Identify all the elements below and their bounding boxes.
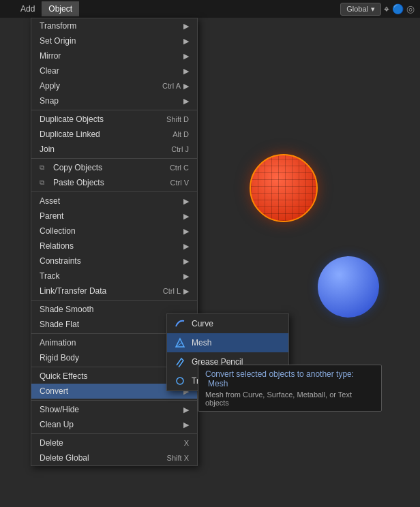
topbar-file[interactable]: [0, 6, 14, 12]
arrow-icon: ▶: [183, 242, 189, 251]
tooltip: Convert selected objects to another type…: [198, 365, 382, 412]
curve-icon: [174, 318, 186, 330]
grease-pencil-icon: [174, 356, 186, 368]
red-voxel-object: [250, 154, 318, 222]
global-button[interactable]: Global ▾: [340, 3, 381, 16]
mesh-icon: [174, 337, 186, 349]
menu-item-transform[interactable]: Transform ▶: [31, 18, 197, 33]
topbar-right: Global ▾ ⌖ 🔵 ◎: [340, 3, 420, 16]
menu-item-track[interactable]: Track ▶: [31, 268, 197, 283]
tooltip-description: Mesh from Curve, Surface, Metaball, or T…: [205, 390, 374, 407]
arrow-icon: ▶: [183, 405, 189, 414]
convert-item-mesh[interactable]: Mesh: [167, 333, 288, 352]
divider-2: [31, 158, 197, 159]
arrow-icon: ▶: [183, 212, 189, 221]
convert-mesh-label: Mesh: [192, 338, 211, 348]
arrow-icon: ▶: [183, 287, 189, 296]
paste-icon: ⧉: [40, 179, 50, 187]
main-menu: Transform ▶ Set Origin ▶ Mirror ▶ Clear …: [31, 0, 198, 466]
tooltip-type: Mesh: [208, 379, 228, 388]
arrow-icon: ▶: [183, 37, 189, 46]
arrow-icon: ▶: [183, 67, 189, 76]
chevron-down-icon: ▾: [371, 5, 375, 14]
menu-item-mirror[interactable]: Mirror ▶: [31, 48, 197, 63]
arrow-icon: ▶: [183, 82, 189, 91]
divider-3: [31, 191, 197, 192]
divider-7: [31, 400, 197, 401]
menu-item-apply[interactable]: Apply Ctrl A ▶: [31, 78, 197, 93]
object-menu: Transform ▶ Set Origin ▶ Mirror ▶ Clear …: [31, 18, 198, 466]
blue-sphere-object: [318, 256, 379, 318]
menu-item-join[interactable]: Join Ctrl J: [31, 142, 197, 157]
global-label: Global: [346, 5, 368, 13]
menu-item-duplicate-linked[interactable]: Duplicate Linked Alt D: [31, 127, 197, 142]
svg-point-2: [177, 378, 183, 384]
menu-item-collection[interactable]: Collection ▶: [31, 224, 197, 239]
menu-item-constraints[interactable]: Constraints ▶: [31, 253, 197, 268]
tra-icon: [174, 375, 186, 387]
menu-item-clear[interactable]: Clear ▶: [31, 63, 197, 78]
tooltip-title: Convert selected objects to another type…: [205, 369, 374, 388]
menu-item-relations[interactable]: Relations ▶: [31, 239, 197, 253]
menu-item-link-transfer[interactable]: Link/Transfer Data Ctrl L ▶: [31, 283, 197, 298]
menu-item-delete-global[interactable]: Delete Global Shift X: [31, 450, 197, 465]
menu-item-delete[interactable]: Delete X: [31, 435, 197, 450]
arrow-icon: ▶: [183, 52, 189, 61]
prop-icon[interactable]: ◎: [406, 3, 415, 14]
menu-item-parent[interactable]: Parent ▶: [31, 209, 197, 224]
divider-4: [31, 300, 197, 301]
tooltip-title-text: Convert selected objects to another type…: [205, 369, 354, 379]
arrow-icon: ▶: [183, 227, 189, 236]
menu-item-paste-objects[interactable]: ⧉ Paste Objects Ctrl V: [31, 175, 197, 190]
arrow-icon: ▶: [183, 97, 189, 106]
arrow-icon: ▶: [183, 22, 189, 31]
arrow-icon: ▶: [183, 420, 189, 429]
divider-8: [31, 433, 197, 434]
convert-curve-label: Curve: [192, 319, 213, 328]
arrow-icon: ▶: [183, 272, 189, 281]
menu-item-asset[interactable]: Asset ▶: [31, 194, 197, 209]
magnet-icon[interactable]: 🔵: [392, 3, 404, 14]
menu-item-clean-up[interactable]: Clean Up ▶: [31, 417, 197, 432]
convert-item-curve[interactable]: Curve: [167, 314, 288, 333]
snap-icon[interactable]: ⌖: [384, 3, 389, 15]
menu-item-set-origin[interactable]: Set Origin ▶: [31, 33, 197, 48]
menu-item-snap[interactable]: Snap ▶: [31, 93, 197, 108]
menu-item-copy-objects[interactable]: ⧉ Copy Objects Ctrl C: [31, 160, 197, 175]
divider-1: [31, 110, 197, 110]
arrow-icon: ▶: [183, 257, 189, 266]
copy-icon: ⧉: [40, 164, 50, 172]
menu-item-duplicate-objects[interactable]: Duplicate Objects Shift D: [31, 112, 197, 127]
arrow-icon: ▶: [183, 197, 189, 206]
menu-item-show-hide[interactable]: Show/Hide ▶: [31, 402, 197, 417]
